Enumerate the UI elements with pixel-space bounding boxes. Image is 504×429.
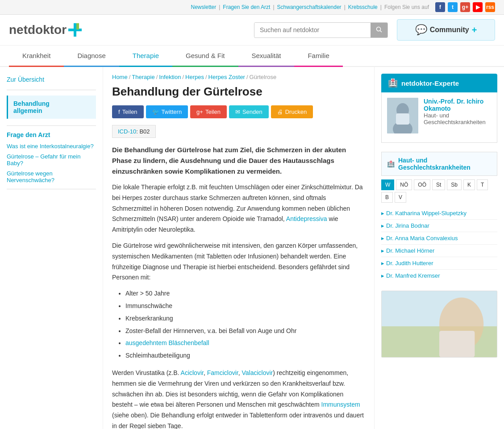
nav-diagnose[interactable]: Diagnose [64, 46, 119, 67]
region-tab-st[interactable]: St [432, 179, 445, 190]
breadcrumb-infektion[interactable]: Infektion [159, 74, 181, 80]
antidepressiva-link[interactable]: Antidepressiva [286, 215, 327, 222]
svg-point-3 [377, 27, 381, 31]
follow-text: Folgen Sie uns auf [384, 4, 429, 10]
list-item: Immunschwäche [125, 301, 365, 312]
googleplus-icon[interactable]: g+ [460, 2, 470, 12]
breadcrumb-herpes[interactable]: Herpes [185, 74, 204, 80]
header: netdoktor 💬 Community + [0, 15, 504, 46]
breadcrumb: Home / Therapie / Infektion / Herpes / H… [112, 74, 365, 80]
article-para-3: Werden Virustatika (z.B. Aciclovir, Famc… [112, 368, 365, 429]
expert-widget-body: Univ.-Prof. Dr. Ichiro Okamoto Haut- und… [381, 92, 497, 143]
top-bar: Newsletter | Fragen Sie den Arzt | Schwa… [0, 0, 504, 15]
doctor-list: Dr. Katharina Wippel-Slupetzky Dr. Jirin… [381, 207, 497, 282]
share-facebook-button[interactable]: f Teilen [112, 105, 144, 118]
icd-link[interactable]: ICD-10 [118, 128, 136, 135]
community-button[interactable]: 💬 Community + [397, 19, 495, 41]
expert-name[interactable]: Univ.-Prof. Dr. Ichiro Okamoto [424, 98, 492, 112]
sidebar-divider-2 [7, 125, 96, 126]
topbar-newsletter[interactable]: Newsletter [191, 4, 217, 10]
logo[interactable]: netdoktor [9, 21, 83, 38]
sidebar-overview-link[interactable]: Zur Übersicht [7, 76, 96, 83]
region-tab-k[interactable]: K [463, 179, 475, 190]
mail-share-icon: ✉ [235, 108, 240, 115]
region-tab-t[interactable]: T [477, 179, 488, 190]
logo-text: netdoktor [9, 23, 67, 37]
main-container: Zur Übersicht Behandlungallgemein Frage … [0, 67, 504, 429]
community-label: Community [430, 26, 469, 34]
share-buttons: f Teilen 🐦 Twittern g+ Teilen ✉ Senden 🖨… [112, 105, 365, 118]
region-tab-no[interactable]: NÖ [396, 179, 412, 190]
list-item: Zoster-Befall der Hirnnerven, v.a. bei B… [125, 326, 365, 337]
article-list: Alter > 50 Jahre Immunschwäche Krebserkr… [125, 288, 365, 361]
nav-sexualitaet[interactable]: Sexualität [238, 46, 295, 67]
community-chat-icon: 💬 [415, 24, 427, 36]
region-tab-oo[interactable]: OÖ [414, 179, 430, 190]
doctor-item-5[interactable]: Dr. Judith Hutterer [381, 257, 497, 270]
share-print-button[interactable]: 🖨 Drucken [271, 105, 313, 118]
doctor-item-1[interactable]: Dr. Katharina Wippel-Slupetzky [381, 207, 497, 220]
aciclovir-link[interactable]: Aciclovir [181, 369, 204, 376]
twitter-share-icon: 🐦 [152, 108, 159, 115]
region-tab-v[interactable]: V [395, 192, 406, 203]
sidebar-qa-3[interactable]: Gürtelrose wegen Nervenschwäche? [7, 170, 96, 183]
sidebar-divider-3 [7, 189, 96, 189]
sidebar-active-item: Behandlungallgemein [7, 96, 96, 119]
list-item: ausgedehntem Bläschenbefall [125, 338, 365, 349]
left-sidebar: Zur Übersicht Behandlungallgemein Frage … [0, 67, 103, 429]
youtube-icon[interactable]: ▶ [473, 2, 483, 12]
famciclovir-link[interactable]: Famciclovir [207, 369, 238, 376]
expert-specialty: Haut- und [424, 112, 492, 119]
nav-krankheit[interactable]: Krankheit [9, 46, 64, 67]
expert-widget-header: 🏥 netdoktor-Experte [381, 74, 497, 92]
article-content: Home / Therapie / Infektion / Herpes / H… [103, 67, 375, 429]
breadcrumb-therapie[interactable]: Therapie [132, 74, 154, 80]
svg-rect-8 [396, 113, 409, 125]
breadcrumb-current: Gürtelrose [250, 74, 277, 80]
nav-familie[interactable]: Familie [294, 46, 342, 67]
blaeschenbefall-link[interactable]: ausgedehntem Bläschenbefall [125, 339, 209, 346]
share-googleplus-button[interactable]: g+ Teilen [190, 105, 227, 118]
svg-line-4 [380, 30, 382, 32]
main-nav: Krankheit Diagnose Therapie Gesund & Fit… [0, 46, 504, 67]
nav-therapie[interactable]: Therapie [119, 46, 172, 67]
share-twitter-button[interactable]: 🐦 Twittern [146, 105, 188, 118]
googleplus-share-icon: g+ [196, 108, 203, 115]
search-button[interactable] [371, 23, 387, 37]
svg-rect-1 [68, 29, 82, 31]
right-sidebar: 🏥 netdoktor-Experte Univ.-Prof. Dr. I [375, 67, 504, 429]
breadcrumb-home[interactable]: Home [112, 74, 128, 80]
sidebar-qa-2[interactable]: Gürtelrose – Gefahr für mein Baby? [7, 153, 96, 167]
page-title: Behandlung der Gürtelrose [112, 85, 365, 99]
rss-icon[interactable]: rss [485, 2, 495, 12]
immunsystem-link[interactable]: Immunsystem [321, 401, 360, 408]
breadcrumb-herpes-zoster[interactable]: Herpes Zoster [208, 74, 245, 80]
ad-image [381, 291, 497, 358]
doctor-item-2[interactable]: Dr. Jirina Bodnar [381, 220, 497, 232]
search-input[interactable] [254, 23, 371, 37]
list-item: Schleimhautbeteiligung [125, 350, 365, 361]
facebook-icon[interactable]: f [435, 2, 445, 12]
region-tab-b[interactable]: B [381, 192, 393, 203]
doctor-item-6[interactable]: Dr. Manfred Kremser [381, 270, 497, 282]
expert-photo [387, 98, 418, 133]
doctor-item-3[interactable]: Dr. Anna Maria Convalexius [381, 232, 497, 245]
article-body: Die Behandlung der Gürtelrose hat zum Zi… [112, 145, 365, 429]
region-tab-w[interactable]: W [381, 179, 394, 190]
nav-gesund[interactable]: Gesund & Fit [172, 46, 238, 67]
medical-bag-icon: 🏥 [388, 78, 398, 88]
search-icon [376, 26, 382, 33]
expert-specialty2: Geschlechtskrankheiten [424, 119, 492, 125]
doctor-item-4[interactable]: Dr. Michael Hörner [381, 245, 497, 257]
facebook-share-icon: f [118, 108, 120, 115]
share-mail-button[interactable]: ✉ Senden [229, 105, 269, 118]
svg-rect-2 [76, 23, 79, 29]
twitter-icon[interactable]: t [448, 2, 458, 12]
topbar-cancer[interactable]: Krebsschule [348, 4, 378, 10]
valaciclovir-link[interactable]: Valaciclovir [242, 369, 273, 376]
topbar-ask-doctor[interactable]: Fragen Sie den Arzt [223, 4, 270, 10]
region-tab-sb[interactable]: Sb [447, 179, 462, 190]
sidebar-qa-1[interactable]: Was ist eine Interkostalneuralgie? [7, 143, 96, 150]
expert-widget-title: netdoktor-Experte [401, 79, 459, 87]
topbar-pregnancy[interactable]: Schwangerschaftskalender [277, 4, 342, 10]
